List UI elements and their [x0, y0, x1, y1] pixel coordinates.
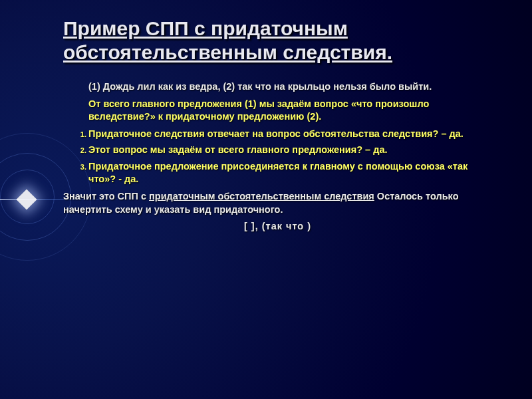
list-item: Придаточное следствия отвечает на вопрос…: [88, 128, 492, 141]
numbered-list: Придаточное следствия отвечает на вопрос…: [63, 128, 492, 186]
list-item: Придаточное предложение присоединяется к…: [88, 160, 492, 186]
closing-text-underlined: придаточным обстоятельственным следствия: [149, 191, 374, 201]
paragraph-question: От всего главного предложения (1) мы зад…: [88, 98, 492, 124]
example-sentence: (1) Дождь лил как из ведра, (2) так что …: [88, 80, 492, 94]
closing-paragraph: Значит это СПП с придаточным обстоятельс…: [63, 190, 492, 216]
slide-title: Пример СПП с придаточным обстоятельствен…: [63, 17, 492, 65]
schema-line: [ ], (так что ): [63, 220, 492, 233]
slide: Пример СПП с придаточным обстоятельствен…: [0, 0, 532, 399]
list-item: Этот вопрос мы задаём от всего главного …: [88, 144, 492, 157]
slide-body: (1) Дождь лил как из ведра, (2) так что …: [63, 80, 492, 233]
closing-text-pre: Значит это СПП с: [63, 191, 149, 201]
slide-content: Пример СПП с придаточным обстоятельствен…: [0, 0, 532, 257]
